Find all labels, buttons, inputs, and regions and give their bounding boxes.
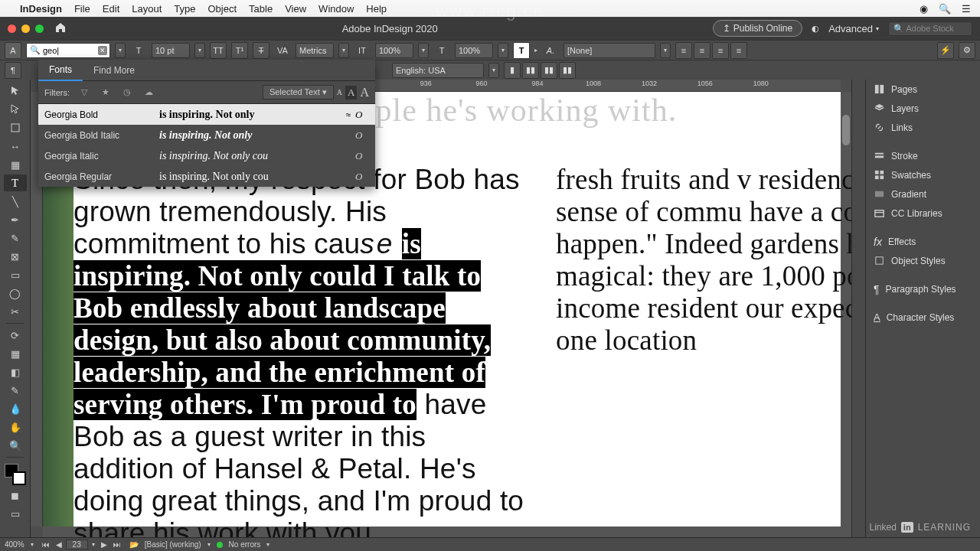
allcaps-icon[interactable]: TT (210, 42, 227, 59)
next-page-icon[interactable]: ▶ (99, 540, 109, 549)
open-icon[interactable]: 📂 (129, 540, 139, 549)
view-mode-icon[interactable]: ▭ (4, 505, 27, 522)
fill-stroke-icon[interactable] (5, 464, 26, 485)
home-icon[interactable] (54, 21, 67, 35)
fill-text-icon[interactable]: T (513, 42, 530, 59)
char-style-dd[interactable]: ▾ (660, 43, 671, 58)
eyedropper-icon[interactable]: 💧 (4, 400, 27, 417)
preflight-profile[interactable]: [Basic] (working) (145, 540, 201, 549)
preview-size-large-icon[interactable]: A (360, 86, 369, 99)
panel-effects[interactable]: fxEffects (866, 232, 980, 251)
first-page-icon[interactable]: ⏮ (40, 540, 52, 549)
similar-icon[interactable]: ≈ (341, 109, 355, 120)
close-icon[interactable] (8, 24, 16, 33)
rectangle-tool-icon[interactable]: ▭ (4, 266, 27, 283)
filter-funnel-icon[interactable]: ▽ (77, 86, 91, 99)
paragraph-mode-icon[interactable]: ¶ (5, 62, 21, 79)
panel-cc-libraries[interactable]: CC Libraries (866, 204, 980, 223)
align-top-icon[interactable]: ≡ (675, 42, 692, 59)
page-number-field[interactable]: 23 (66, 540, 88, 549)
page-navigator[interactable]: ⏮ ◀ 23 ▾ ▶ ⏭ (40, 540, 123, 549)
hand-tool-icon[interactable]: ✋ (4, 419, 27, 435)
clear-icon[interactable]: ✕ (98, 46, 107, 55)
font-size-field[interactable]: 10 pt (152, 43, 190, 58)
panel-object-styles[interactable]: Object Styles (866, 251, 980, 270)
cc-icon[interactable]: ◉ (917, 2, 929, 15)
menu-table[interactable]: Table (249, 3, 273, 15)
gradient-swatch-icon[interactable]: ▦ (4, 345, 27, 362)
pencil-tool-icon[interactable]: ✎ (4, 230, 27, 246)
font-row-georgia-bold-italic[interactable]: Georgia Bold Italic is inspiring. Not on… (38, 125, 375, 145)
apply-color-icon[interactable]: ◼ (4, 487, 27, 504)
zoom-field[interactable]: 400% (5, 540, 24, 549)
vscale-field[interactable]: 100% (375, 43, 413, 58)
panel-paragraph-styles[interactable]: ¶Paragraph Styles (866, 279, 980, 298)
panel-pages[interactable]: Pages (866, 80, 980, 99)
tab-find-more[interactable]: Find More (83, 60, 145, 81)
list-icon[interactable]: ☰ (960, 2, 972, 15)
panel-swatches[interactable]: Swatches (866, 165, 980, 184)
zoom-icon[interactable] (35, 24, 44, 33)
stock-search-input[interactable]: 🔍 Adobe Stock (888, 21, 972, 36)
rectangle-frame-icon[interactable]: ⊠ (4, 248, 27, 265)
strikethrough-icon[interactable]: T (253, 42, 270, 59)
menu-type[interactable]: Type (174, 3, 195, 15)
bridge-icon[interactable]: ⚡ (937, 42, 954, 59)
font-row-georgia-regular[interactable]: Georgia Regular is inspiring. Not only c… (38, 166, 375, 187)
columns-2-icon[interactable]: ▮▮ (522, 62, 539, 79)
font-dropdown-arrow[interactable]: ▾ (115, 43, 126, 58)
zoom-tool-icon[interactable]: 🔍 (4, 437, 27, 454)
prev-page-icon[interactable]: ◀ (54, 540, 64, 549)
menu-object[interactable]: Object (208, 3, 237, 15)
panel-gradient[interactable]: Gradient (866, 184, 980, 204)
hscale-field[interactable]: 100% (455, 43, 493, 58)
arrow-icon[interactable]: ▸ (534, 47, 537, 54)
line-tool-icon[interactable]: ╲ (4, 193, 27, 210)
panel-options-icon[interactable]: ⚙ (959, 42, 975, 59)
note-tool-icon[interactable]: ✎ (4, 382, 27, 399)
menu-window[interactable]: Window (318, 3, 354, 15)
panel-layers[interactable]: Layers (866, 99, 980, 118)
tips-icon[interactable]: ◐ (812, 24, 819, 34)
gap-tool-icon[interactable]: ↔ (4, 138, 27, 155)
minimize-icon[interactable] (21, 24, 30, 33)
ellipse-tool-icon[interactable]: ◯ (4, 285, 27, 302)
columns-1-icon[interactable]: ▮ (504, 62, 521, 79)
menu-layout[interactable]: Layout (132, 3, 162, 15)
preview-size-medium-icon[interactable]: A (345, 86, 357, 99)
scissors-tool-icon[interactable]: ✂ (4, 303, 27, 320)
kerning-dd[interactable]: ▾ (338, 43, 349, 58)
panel-links[interactable]: Links (866, 118, 980, 137)
gradient-feather-icon[interactable]: ◧ (4, 364, 27, 380)
type-tool-icon[interactable]: T (4, 174, 27, 191)
pen-tool-icon[interactable]: ✒ (4, 211, 27, 228)
preview-mode-dropdown[interactable]: Selected Text ▾ (263, 85, 334, 99)
font-size-dd[interactable]: ▾ (194, 43, 205, 58)
content-collector-icon[interactable]: ▦ (4, 156, 27, 173)
char-style-field[interactable]: [None] (564, 43, 655, 58)
workspace-switcher[interactable]: Advanced ▾ (828, 23, 879, 34)
search-icon[interactable]: 🔍 (939, 2, 951, 15)
last-page-icon[interactable]: ⏭ (111, 540, 123, 549)
character-mode-icon[interactable]: A (5, 42, 21, 59)
direct-selection-tool-icon[interactable] (4, 101, 27, 118)
language-field[interactable]: English: USA (392, 63, 484, 78)
font-row-georgia-italic[interactable]: Georgia Italic is inspiring. Not only co… (38, 145, 375, 166)
menu-help[interactable]: Help (366, 3, 387, 15)
superscript-icon[interactable]: T¹ (231, 42, 248, 59)
recent-clock-icon[interactable]: ◷ (120, 86, 134, 99)
tab-fonts[interactable]: Fonts (38, 60, 83, 81)
hscale-dd[interactable]: ▾ (498, 43, 508, 58)
align-center-icon[interactable]: ≡ (694, 42, 710, 59)
text-frame-col2[interactable]: fresh fruits and v residences," he s sen… (556, 92, 851, 357)
menu-file[interactable]: File (74, 3, 90, 15)
menu-view[interactable]: View (285, 3, 306, 15)
page-tool-icon[interactable] (4, 119, 27, 136)
free-transform-icon[interactable]: ⟳ (4, 327, 27, 344)
activated-cloud-icon[interactable]: ☁ (142, 86, 155, 99)
preview-size-small-icon[interactable]: A (337, 88, 342, 96)
font-family-input[interactable]: 🔍 geo| ✕ (26, 43, 110, 58)
columns-span-icon[interactable]: ▮▮ (559, 62, 576, 79)
columns-3-icon[interactable]: ▮▮ (541, 62, 557, 79)
panel-dock-mini[interactable] (851, 80, 865, 537)
